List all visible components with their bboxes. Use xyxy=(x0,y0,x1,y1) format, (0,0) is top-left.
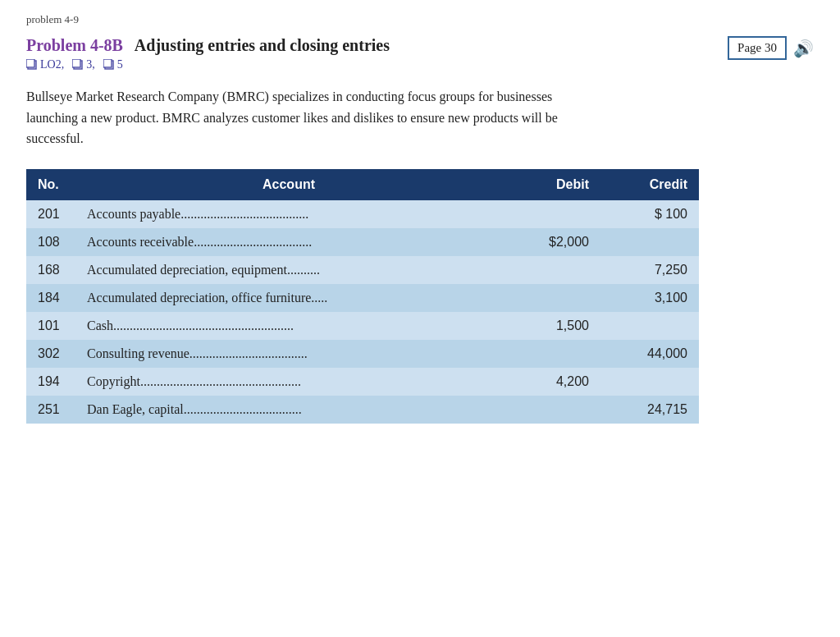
table-row: 302Consulting revenue...................… xyxy=(26,340,699,368)
col-header-debit: Debit xyxy=(502,169,600,200)
cell-credit: $ 100 xyxy=(600,200,699,228)
copy-icon-lo3 xyxy=(72,59,84,71)
cell-credit: 3,100 xyxy=(600,284,699,312)
copy-icon-lo5 xyxy=(103,59,115,71)
cell-credit xyxy=(600,228,699,256)
cell-account: Cash....................................… xyxy=(75,312,502,340)
cell-credit: 7,250 xyxy=(600,256,699,284)
page-controls: Page 30 🔊 xyxy=(714,36,814,60)
problem-title: Adjusting entries and closing entries xyxy=(135,36,390,54)
cell-no: 201 xyxy=(26,200,75,228)
cell-credit: 24,715 xyxy=(600,396,699,424)
col-header-account: Account xyxy=(75,169,502,200)
lo-line: LO2, 3, 5 xyxy=(26,58,714,71)
col-header-credit: Credit xyxy=(600,169,699,200)
cell-no: 108 xyxy=(26,228,75,256)
cell-debit: $2,000 xyxy=(502,228,600,256)
cell-debit xyxy=(502,396,600,424)
cell-debit: 1,500 xyxy=(502,312,600,340)
table-row: 108Accounts receivable..................… xyxy=(26,228,699,256)
lo2-item[interactable]: LO2, xyxy=(26,58,64,71)
breadcrumb: problem 4-9 xyxy=(26,13,814,26)
table-row: 168Accumulated depreciation, equipment..… xyxy=(26,256,699,284)
lo3-item[interactable]: 3, xyxy=(72,58,95,71)
table-row: 101Cash.................................… xyxy=(26,312,699,340)
copy-icon-lo2 xyxy=(26,59,38,71)
cell-no: 168 xyxy=(26,256,75,284)
cell-account: Copyright...............................… xyxy=(75,368,502,396)
cell-account: Accumulated depreciation, equipment.....… xyxy=(75,256,502,284)
problem-label: Problem 4-8B xyxy=(26,36,123,54)
cell-debit xyxy=(502,340,600,368)
cell-debit xyxy=(502,256,600,284)
table-row: 184Accumulated depreciation, office furn… xyxy=(26,284,699,312)
page-box[interactable]: Page 30 xyxy=(728,36,787,60)
speaker-icon[interactable]: 🔊 xyxy=(793,39,814,58)
description: Bullseye Market Research Company (BMRC) … xyxy=(26,86,584,149)
lo5-item[interactable]: 5 xyxy=(103,58,123,71)
cell-no: 302 xyxy=(26,340,75,368)
cell-debit: 4,200 xyxy=(502,368,600,396)
problem-title-block: Problem 4-8B Adjusting entries and closi… xyxy=(26,36,714,71)
cell-account: Consulting revenue......................… xyxy=(75,340,502,368)
svg-rect-5 xyxy=(103,59,112,67)
problem-header: Problem 4-8B Adjusting entries and closi… xyxy=(26,36,814,71)
table-row: 251Dan Eagle, capital...................… xyxy=(26,396,699,424)
svg-rect-1 xyxy=(26,59,34,67)
cell-credit xyxy=(600,312,699,340)
cell-credit: 44,000 xyxy=(600,340,699,368)
cell-no: 251 xyxy=(26,396,75,424)
table-header-row: No. Account Debit Credit xyxy=(26,169,699,200)
cell-no: 101 xyxy=(26,312,75,340)
svg-rect-3 xyxy=(72,59,80,67)
accounts-table: No. Account Debit Credit 201Accounts pay… xyxy=(26,169,699,424)
cell-account: Accounts receivable.....................… xyxy=(75,228,502,256)
problem-title-line: Problem 4-8B Adjusting entries and closi… xyxy=(26,36,714,55)
cell-account: Dan Eagle, capital......................… xyxy=(75,396,502,424)
cell-no: 194 xyxy=(26,368,75,396)
cell-debit xyxy=(502,200,600,228)
table-row: 194Copyright............................… xyxy=(26,368,699,396)
cell-debit xyxy=(502,284,600,312)
table-row: 201Accounts payable.....................… xyxy=(26,200,699,228)
cell-account: Accumulated depreciation, office furnitu… xyxy=(75,284,502,312)
cell-account: Accounts payable........................… xyxy=(75,200,502,228)
cell-credit xyxy=(600,368,699,396)
col-header-no: No. xyxy=(26,169,75,200)
cell-no: 184 xyxy=(26,284,75,312)
